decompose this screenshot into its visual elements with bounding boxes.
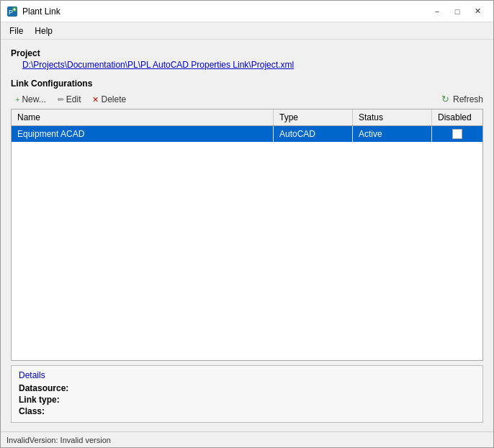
menu-file[interactable]: File: [4, 22, 29, 39]
new-button[interactable]: + New...: [11, 93, 50, 106]
refresh-icon: ↻: [441, 94, 451, 104]
link-configurations-label: Link Configurations: [11, 79, 483, 89]
project-label: Project: [11, 48, 483, 58]
delete-label: Delete: [101, 94, 126, 104]
menu-bar: File Help: [1, 22, 493, 40]
refresh-label: Refresh: [453, 94, 483, 104]
table-container: Name Type Status Disabled Equipment ACAD…: [11, 109, 483, 361]
edit-button[interactable]: ✏ Edit: [53, 93, 86, 106]
row-disabled: [432, 126, 482, 142]
row-name: Equipment ACAD: [12, 126, 274, 142]
close-button[interactable]: ✕: [467, 4, 488, 19]
window-title: Plant Link: [22, 6, 60, 17]
col-name: Name: [12, 109, 274, 125]
edit-label: Edit: [66, 94, 81, 104]
menu-help[interactable]: Help: [29, 22, 58, 39]
title-bar-left: P Plant Link: [6, 6, 60, 17]
toolbar-left: + New... ✏ Edit ✕ Delete: [11, 93, 130, 106]
svg-point-3: [14, 8, 16, 10]
col-disabled: Disabled: [432, 109, 482, 125]
refresh-button[interactable]: ↻ Refresh: [441, 94, 483, 104]
table-body: Equipment ACAD AutoCAD Active: [12, 126, 482, 360]
title-bar: P Plant Link − □ ✕: [1, 1, 493, 22]
main-window: P Plant Link − □ ✕ File Help Project D:\…: [0, 0, 494, 448]
new-label: New...: [22, 94, 45, 104]
status-bar: InvalidVersion: Invalid version: [1, 431, 493, 447]
minimize-button[interactable]: −: [427, 4, 447, 19]
class-label: Class:: [19, 406, 76, 416]
row-status: Active: [353, 126, 432, 142]
col-type: Type: [274, 109, 353, 125]
datasource-label: Datasource:: [19, 383, 76, 393]
title-bar-controls: − □ ✕: [427, 4, 488, 19]
details-class-row: Class:: [19, 406, 475, 416]
new-icon: +: [15, 95, 19, 104]
details-section: Details Datasource: Link type: Class:: [11, 365, 483, 423]
app-icon: P: [6, 6, 18, 17]
details-datasource-row: Datasource:: [19, 383, 475, 393]
table-header: Name Type Status Disabled: [12, 109, 482, 126]
details-title[interactable]: Details: [19, 370, 475, 380]
delete-icon: ✕: [92, 95, 99, 104]
toolbar: + New... ✏ Edit ✕ Delete ↻ Refresh: [11, 93, 483, 106]
status-message: InvalidVersion: Invalid version: [6, 436, 111, 444]
disabled-checkbox[interactable]: [452, 129, 462, 139]
main-content: Project D:\Projects\Documentation\PL\PL …: [1, 40, 493, 431]
edit-icon: ✏: [58, 95, 64, 104]
row-type: AutoCAD: [274, 126, 353, 142]
col-status: Status: [353, 109, 432, 125]
link-type-label: Link type:: [19, 395, 76, 405]
project-path[interactable]: D:\Projects\Documentation\PL\PL AutoCAD …: [11, 60, 483, 70]
details-linktype-row: Link type:: [19, 395, 475, 405]
delete-button[interactable]: ✕ Delete: [88, 93, 130, 106]
maximize-button[interactable]: □: [447, 4, 467, 19]
table-row[interactable]: Equipment ACAD AutoCAD Active: [12, 126, 482, 142]
